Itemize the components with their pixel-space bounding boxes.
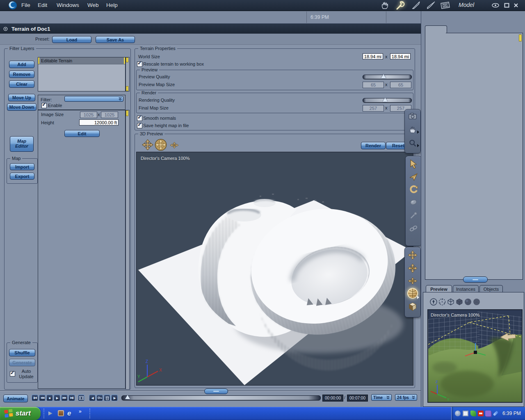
world-height-field[interactable]: 18.94 mi: [390, 53, 411, 59]
clock-label[interactable]: 6:39 PM: [502, 411, 521, 416]
quick-launch-app1-icon[interactable]: [48, 411, 54, 416]
eyedropper-tool-icon[interactable]: [409, 211, 418, 219]
rendering-quality-slider[interactable]: [363, 98, 412, 103]
tray-monitor-icon[interactable]: [463, 411, 468, 416]
shuffle-button[interactable]: Shuffle: [9, 349, 35, 356]
save-as-preset-button[interactable]: Save As: [96, 36, 135, 43]
rotate-tool-icon[interactable]: [409, 185, 418, 194]
quick-launch-overflow-chevron[interactable]: »: [79, 409, 82, 414]
move-up-button[interactable]: Move Up: [8, 94, 35, 101]
make-movie-button[interactable]: [78, 395, 84, 401]
save-height-map-checkbox[interactable]: ✓: [137, 123, 142, 128]
fps-dropdown[interactable]: 24 fps: [395, 394, 417, 401]
slider-thumb[interactable]: [383, 98, 388, 102]
current-time-field[interactable]: 00:00:00: [322, 395, 343, 402]
pan-arrows-icon[interactable]: [408, 263, 417, 274]
camera-up-display-icon[interactable]: [430, 298, 437, 306]
maximize-icon[interactable]: [504, 3, 509, 8]
render-preview-button[interactable]: Render: [361, 142, 386, 149]
eye-visibility-icon[interactable]: [491, 2, 500, 9]
tray-ati-icon[interactable]: [478, 411, 484, 416]
texture-pen-tool-icon[interactable]: [411, 1, 422, 10]
timeline-scrubber[interactable]: [121, 395, 321, 400]
map-editor-button[interactable]: Map Editor: [10, 136, 34, 152]
auto-update-checkbox[interactable]: ✓: [10, 371, 15, 377]
world-width-field[interactable]: 18.94 mi: [363, 53, 383, 59]
internet-explorer-icon[interactable]: e: [67, 409, 75, 417]
quick-launch-app2-icon[interactable]: [58, 410, 64, 416]
textured-sphere-display-icon[interactable]: [473, 298, 480, 306]
load-preset-button[interactable]: Load: [52, 36, 91, 43]
shaded-sphere-display-icon[interactable]: [464, 298, 472, 306]
render-brush-tool-icon[interactable]: [426, 1, 436, 10]
model-wrench-tool-icon[interactable]: [395, 0, 406, 10]
preview-quality-slider[interactable]: [363, 75, 412, 79]
slider-thumb[interactable]: [381, 74, 386, 78]
start-button[interactable]: start: [0, 407, 41, 420]
scrubber-thumb[interactable]: [125, 395, 130, 399]
stop-button[interactable]: ■: [46, 395, 53, 401]
assemble-hand-tool-icon[interactable]: [380, 1, 390, 10]
terrain-3d-viewport[interactable]: Z X Y Director's Camera 100%: [136, 152, 413, 386]
add-keyframe-button[interactable]: [96, 395, 103, 401]
zoom-tool-icon[interactable]: [409, 139, 417, 147]
sequencer-tray-panel[interactable]: [425, 33, 523, 280]
menu-web[interactable]: Web: [87, 2, 99, 8]
menu-edit[interactable]: Edit: [38, 2, 47, 8]
tray-pen-icon[interactable]: [493, 411, 498, 416]
select-arrow-icon[interactable]: [409, 159, 418, 169]
list-item[interactable]: Editable Terrain: [38, 57, 125, 64]
solid-cube-display-icon[interactable]: [456, 298, 463, 306]
total-time-field[interactable]: 00:07:00: [347, 395, 368, 402]
tab-instances[interactable]: Instances: [453, 285, 479, 292]
terrain-editor-title-bar[interactable]: Terrain of Doc1: [0, 24, 421, 34]
preview-map-width-field[interactable]: 65: [363, 82, 384, 88]
delete-keyframe-button[interactable]: [104, 395, 110, 401]
smooth-normals-checkbox[interactable]: ✓: [137, 116, 142, 121]
tab-objects[interactable]: Objects: [479, 285, 503, 292]
remove-layer-button[interactable]: Remove: [9, 71, 34, 78]
dolly-camera-icon[interactable]: [169, 141, 180, 149]
menu-windows[interactable]: Windows: [57, 2, 79, 8]
image-width-field[interactable]: 1025: [80, 112, 97, 118]
go-end-button[interactable]: ▶▮: [68, 395, 75, 401]
bottom-splitter-handle[interactable]: [204, 388, 228, 394]
wire-cube-display-icon[interactable]: [447, 298, 454, 306]
camera-preview-viewport[interactable]: Z Y Director's Camera 100%: [427, 309, 523, 403]
render-camera-icon[interactable]: [408, 112, 417, 120]
enable-checkbox[interactable]: ✓: [41, 103, 47, 108]
close-icon[interactable]: [514, 3, 518, 8]
link-tool-icon[interactable]: [409, 224, 418, 233]
tray-antivirus-icon[interactable]: [470, 411, 476, 416]
filter-dropdown[interactable]: [64, 96, 123, 102]
generate-button[interactable]: Generate: [9, 359, 35, 366]
settings-scrollbar[interactable]: [126, 110, 130, 390]
next-keyframe-button[interactable]: ▶: [111, 395, 118, 401]
import-map-button[interactable]: Import: [10, 163, 34, 170]
move-down-button[interactable]: Move Down: [7, 103, 37, 111]
go-start-button[interactable]: ▮◀: [32, 395, 38, 401]
tab-preview[interactable]: Preview: [426, 285, 452, 292]
wire-sphere-display-icon[interactable]: [438, 298, 446, 306]
panel-splitter-handle[interactable]: [463, 276, 488, 283]
dolly-arrows-icon[interactable]: [408, 250, 417, 260]
pan-camera-icon[interactable]: [142, 139, 154, 150]
scale-sphere-icon[interactable]: [409, 198, 418, 206]
time-mode-dropdown[interactable]: Time: [371, 394, 392, 401]
final-map-width-field[interactable]: 257: [363, 105, 384, 112]
menu-file[interactable]: File: [21, 2, 30, 8]
edit-terrain-button[interactable]: Edit: [64, 130, 100, 137]
orbit-camera-icon[interactable]: [155, 139, 167, 151]
layer-list[interactable]: Editable Terrain: [38, 57, 126, 91]
tray-display-icon[interactable]: [485, 411, 491, 416]
track-arrows-icon[interactable]: [408, 276, 417, 285]
animate-film-tool-icon[interactable]: [439, 1, 451, 10]
trackball-tool-icon[interactable]: [407, 288, 418, 299]
tray-user-icon[interactable]: [455, 411, 461, 416]
play-button[interactable]: ▶: [54, 395, 60, 401]
export-map-button[interactable]: Export: [10, 173, 34, 180]
animate-toggle-button[interactable]: Animate: [3, 395, 28, 402]
clear-layers-button[interactable]: Clear: [9, 80, 34, 88]
pan-hand-icon[interactable]: [409, 126, 417, 134]
preview-map-height-field[interactable]: 65: [390, 82, 411, 88]
